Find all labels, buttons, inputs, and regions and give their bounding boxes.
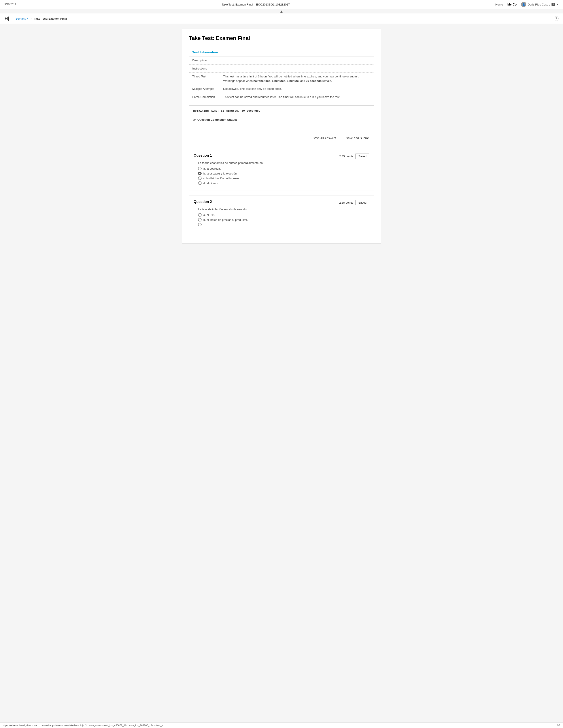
question-2-points: 2.85 points (339, 201, 354, 204)
question-2-title: Question 2 (194, 200, 212, 204)
page-header-title: Take Test: Examen Final – ECO2013SG1-108… (16, 3, 495, 6)
breadcrumb-current: Take Test: Examen Final (34, 17, 67, 20)
test-info-header: Test Information (189, 48, 374, 56)
timed-test-line2: Warnings appear when half the time, 5 mi… (223, 79, 332, 83)
question-1-meta: 2.85 points Saved (339, 154, 369, 159)
test-info-row-force: Force Completion This test can be saved … (189, 93, 374, 101)
question-2-saved-badge: Saved (356, 200, 369, 205)
test-info-table: Description Instructions Timed Test This… (189, 56, 374, 101)
attempts-label: Multiple Attempts (189, 85, 220, 93)
question-2-block: Question 2 2.85 points Saved La tasa de … (189, 195, 374, 232)
user-avatar: 👤 (521, 2, 526, 7)
instructions-label: Instructions (189, 64, 220, 73)
question-1-option-d[interactable]: d. el dinero. (198, 181, 369, 185)
question-1-option-c[interactable]: c. la distribución del ingreso. (198, 176, 369, 180)
question-1-radio-d[interactable] (198, 181, 201, 185)
question-2-option-a-label: a. el PIB. (203, 213, 215, 217)
question-1-radio-a[interactable] (198, 167, 201, 170)
test-info-row-instructions: Instructions (189, 64, 374, 73)
top-bar-right: Home My Co 👤 Doris Rios Castro 4 ▼ (495, 2, 559, 7)
description-label: Description (189, 56, 220, 64)
breadcrumb-bar: H| Semana 4 › Take Test: Examen Final ? (0, 13, 563, 24)
force-completion-label: Force Completion (189, 93, 220, 101)
top-nav: Home My Co (495, 3, 517, 6)
remaining-time: Remaining Time: 52 minutes, 30 seconds. (193, 109, 370, 115)
save-and-submit-button[interactable]: Save and Submit (341, 134, 374, 142)
remaining-minutes: 52 (221, 109, 224, 113)
remaining-seconds: 30 (241, 109, 245, 113)
main-content: Take Test: Examen Final Test Information… (182, 28, 381, 244)
question-1-radio-b[interactable] (198, 172, 201, 175)
question-2-option-b[interactable]: b. el índice de precios al productor. (198, 218, 369, 221)
remaining-time-label: Remaining Time: (193, 109, 219, 113)
instructions-value (220, 64, 374, 73)
question-1-text: La teoría económica se enfoca primordial… (198, 161, 369, 165)
home-link[interactable]: Home (495, 3, 503, 6)
question-1-option-b-label: b. la escasez y la elección. (203, 172, 237, 175)
question-1-option-d-label: d. el dinero. (203, 182, 218, 185)
question-1-title: Question 1 (194, 154, 212, 158)
attempts-value: Not allowed. This test can only be taken… (220, 85, 374, 93)
force-completion-value: This test can be saved and resumed later… (220, 93, 374, 101)
action-buttons: Save All Answers Save and Submit (189, 129, 374, 149)
question-2-radio-a[interactable] (198, 213, 201, 217)
question-2-radio-b[interactable] (198, 218, 201, 221)
top-bar: 9/20/2017 Take Test: Examen Final – ECO2… (0, 0, 563, 9)
description-value (220, 56, 374, 64)
test-information-section: Test Information Description Instruction… (189, 48, 374, 101)
question-1-points: 2.85 points (339, 155, 354, 158)
timed-test-line1: This test has a time limit of 3 hours.Yo… (223, 75, 359, 78)
test-info-row-description: Description (189, 56, 374, 64)
site-logo: H| (4, 16, 12, 21)
user-name: Doris Rios Castro (528, 3, 550, 6)
question-2-option-c[interactable] (198, 223, 369, 226)
question-2-radio-c[interactable] (198, 223, 201, 226)
question-1-radio-c[interactable] (198, 176, 201, 180)
test-info-row-attempts: Multiple Attempts Not allowed. This test… (189, 85, 374, 93)
page-title: Take Test: Examen Final (189, 35, 374, 41)
question-1-header: Question 1 2.85 points Saved (194, 154, 369, 159)
dropdown-arrow-icon[interactable]: ▼ (556, 3, 559, 6)
completion-label: Question Completion Status: (197, 118, 237, 121)
question-completion-status: ≫ Question Completion Status: (193, 118, 370, 121)
myco-label[interactable]: My Co (507, 3, 517, 6)
timed-test-value: This test has a time limit of 3 hours.Yo… (220, 73, 374, 85)
question-1-option-a[interactable]: a. la pobreza. (198, 167, 369, 170)
notification-count[interactable]: 4 (552, 3, 555, 6)
save-all-answers-button[interactable]: Save All Answers (310, 135, 339, 142)
question-1-option-a-label: a. la pobreza. (203, 167, 221, 170)
question-2-meta: 2.85 points Saved (339, 200, 369, 205)
breadcrumb-separator: › (31, 17, 32, 20)
date-label: 9/20/2017 (4, 3, 16, 6)
timed-test-label: Timed Test (189, 73, 220, 85)
user-info: 👤 Doris Rios Castro 4 ▼ (521, 2, 559, 7)
help-icon[interactable]: ? (554, 16, 559, 21)
question-1-option-b[interactable]: b. la escasez y la elección. (198, 172, 369, 175)
test-info-row-timed: Timed Test This test has a time limit of… (189, 73, 374, 85)
question-1-option-c-label: c. la distribución del ingreso. (203, 177, 239, 180)
myco-arrow-indicator: ▲ (0, 9, 563, 13)
completion-icon: ≫ (193, 118, 196, 121)
breadcrumb-semana-link[interactable]: Semana 4 (15, 17, 28, 20)
remaining-seconds-label: seconds. (246, 109, 260, 113)
question-2-header: Question 2 2.85 points Saved (194, 200, 369, 205)
question-2-option-a[interactable]: a. el PIB. (198, 213, 369, 217)
question-1-saved-badge: Saved (356, 154, 369, 159)
question-1-block: Question 1 2.85 points Saved La teoría e… (189, 149, 374, 191)
timer-box: Remaining Time: 52 minutes, 30 seconds. … (189, 105, 374, 125)
remaining-minutes-label: minutes, (226, 109, 239, 113)
question-2-text: La tasa de inflación se calcula usando: (198, 208, 369, 211)
question-2-option-b-label: b. el índice de precios al productor. (203, 218, 248, 221)
